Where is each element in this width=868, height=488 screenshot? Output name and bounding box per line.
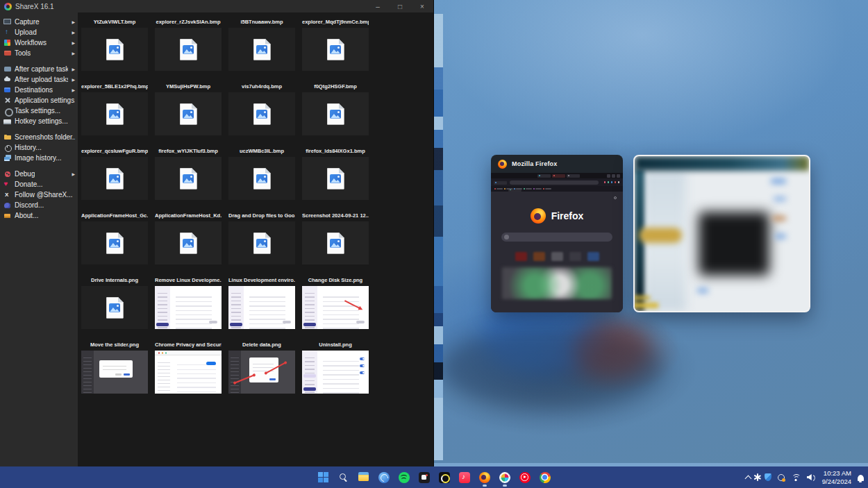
task-thumbnail[interactable] xyxy=(155,286,222,329)
submenu-arrow-icon: ▶ xyxy=(72,40,75,45)
taskbar-icon-dark-app-1[interactable] xyxy=(415,469,433,487)
task-thumbnail[interactable] xyxy=(228,221,295,264)
task-thumbnail[interactable] xyxy=(81,221,148,264)
menu-item-hotkey-settings[interactable]: Hotkey settings... xyxy=(0,116,78,126)
tray-update-icon[interactable] xyxy=(778,474,785,481)
menu-item-debug[interactable]: Debug▶ xyxy=(0,169,78,179)
taskbar-icon-chrome[interactable] xyxy=(536,469,554,487)
task-thumbnail[interactable] xyxy=(228,157,295,200)
task-item-uninstall-png[interactable]: Uninstall.png xyxy=(302,339,369,394)
task-item-i5btnuaawv-bmp[interactable]: i5BTnuaawv.bmp xyxy=(228,17,295,71)
taskbar-icon-file-explorer[interactable] xyxy=(355,469,373,487)
taskbar-icon-search[interactable] xyxy=(335,469,353,487)
task-thumbnail[interactable] xyxy=(81,157,148,200)
taskbar-icon-dark-app-2[interactable] xyxy=(435,469,453,487)
tray-chevron-up-icon[interactable] xyxy=(745,475,752,482)
task-item-change-disk-size-png[interactable]: Change Disk Size.png xyxy=(302,275,369,329)
task-item-f0qtg2hsgf-bmp[interactable]: f0Qtg2HSGF.bmp xyxy=(302,81,369,135)
menu-item-about[interactable]: About... xyxy=(0,210,78,221)
menu-item-screenshots-folder[interactable]: Screenshots folder... xyxy=(0,132,78,142)
tray-snowflake-icon[interactable] xyxy=(757,473,758,481)
task-thumbnail[interactable] xyxy=(228,28,295,71)
running-indicator xyxy=(503,485,507,487)
image-history-icon xyxy=(3,154,11,162)
taskbar-icon-slack[interactable] xyxy=(496,469,514,487)
task-item-applicationframehost-kd[interactable]: ApplicationFrameHost_Kd... xyxy=(155,210,222,264)
task-thumbnail[interactable] xyxy=(155,28,222,71)
workflows-icon xyxy=(3,39,11,47)
firefox-url-bar xyxy=(510,180,599,185)
task-item-ytzukviwlt-bmp[interactable]: YtZukVIWLT.bmp xyxy=(81,17,148,71)
task-thumbnail[interactable] xyxy=(228,92,295,135)
menu-item-label: After capture tasks xyxy=(15,65,68,73)
menu-item-task-settings[interactable]: Task settings... xyxy=(0,106,78,116)
menu-item-image-history[interactable]: Image history... xyxy=(0,153,78,163)
taskbar-icon-start[interactable] xyxy=(315,469,333,487)
menu-item-application-settings[interactable]: Application settings... xyxy=(0,95,78,106)
task-item-explorer-5ble1x2phq-bmp[interactable]: explorer_5BLE1x2Phq.bmp xyxy=(81,81,148,135)
task-thumbnail[interactable] xyxy=(302,28,369,71)
task-item-firefox-wyijktiuf3-bmp[interactable]: firefox_wYIJKTIuf3.bmp xyxy=(155,146,222,200)
taskbar-icon-apple-music[interactable] xyxy=(456,469,474,487)
task-item-ymsujihspw-bmp[interactable]: YMSujiHsPW.bmp xyxy=(155,81,222,135)
task-item-vis7uh4rdq-bmp[interactable]: vis7uh4rdq.bmp xyxy=(228,81,295,135)
menu-item-donate[interactable]: Donate... xyxy=(0,179,78,190)
task-item-explorer-rzjsvkslan-bmp[interactable]: explorer_rZJsvkSlAn.bmp xyxy=(155,17,222,71)
task-thumbnail[interactable] xyxy=(155,157,222,200)
taskbar-icon-spotify[interactable] xyxy=(395,469,413,487)
task-item-screenshot-2024-09-21-12[interactable]: Screenshot 2024-09-21 12... xyxy=(302,210,369,264)
maximize-button[interactable]: □ xyxy=(389,0,411,12)
task-thumbnail[interactable] xyxy=(302,92,369,135)
task-thumbnail[interactable] xyxy=(302,221,369,264)
tray-wifi-icon[interactable] xyxy=(791,474,801,481)
minimize-button[interactable]: – xyxy=(367,0,389,12)
task-thumbnail[interactable] xyxy=(81,351,148,394)
menu-item-history[interactable]: History... xyxy=(0,142,78,153)
task-thumbnail[interactable] xyxy=(228,351,295,394)
menu-item-discord[interactable]: Discord... xyxy=(0,200,78,210)
notification-bell-icon[interactable] xyxy=(858,475,864,481)
task-item-remove-linux-developme[interactable]: Remove Linux Developme... xyxy=(155,275,222,329)
taskbar-icon-youtube-music[interactable] xyxy=(516,469,534,487)
task-thumbnail[interactable] xyxy=(81,92,148,135)
taskbar-icon-firefox[interactable] xyxy=(476,469,494,487)
task-item-explorer-mqdtj9nmce-bmp[interactable]: explorer_MqdTj9nmCe.bmp xyxy=(302,17,369,71)
taskbar-icon-blue-circle-app[interactable] xyxy=(375,469,393,487)
task-thumbnail[interactable] xyxy=(155,221,222,264)
menu-item-capture[interactable]: Capture▶ xyxy=(0,17,78,27)
task-thumbnail[interactable] xyxy=(155,92,222,135)
task-item-uczwmbc3il-bmp[interactable]: uczWMBc3IL.bmp xyxy=(228,146,295,200)
menu-item-upload[interactable]: Upload▶ xyxy=(0,27,78,37)
taskbar-clock[interactable]: 10:23 AM 9/24/2024 xyxy=(822,469,851,485)
alttab-window-firefox[interactable]: Mozilla Firefox xyxy=(491,155,623,312)
task-thumbnail[interactable] xyxy=(302,286,369,329)
tray-volume-icon[interactable] xyxy=(807,474,816,481)
debug-icon xyxy=(3,170,11,178)
menu-item-follow-sharex[interactable]: Follow @ShareX... xyxy=(0,190,78,200)
task-thumbnail[interactable] xyxy=(302,351,369,394)
task-thumbnail[interactable] xyxy=(302,157,369,200)
task-thumbnail[interactable] xyxy=(81,28,148,71)
tray-shield-icon[interactable] xyxy=(765,473,771,481)
task-item-explorer-qcsiuwfgur-bmp[interactable]: explorer_qcsIuwFguR.bmp xyxy=(81,146,148,200)
menu-item-after-capture-tasks[interactable]: After capture tasks▶ xyxy=(0,64,78,74)
task-item-drag-and-drop-files-to-goo[interactable]: Drag and Drop files to Goo... xyxy=(228,210,295,264)
close-button[interactable]: × xyxy=(411,0,433,12)
task-item-drive-internals-png[interactable]: Drive Internals.png xyxy=(81,275,148,329)
task-item-chrome-privacy-and-securi[interactable]: Chrome Privacy and Securi... xyxy=(155,339,222,394)
menu-item-destinations[interactable]: Destinations▶ xyxy=(0,85,78,95)
menu-item-after-upload-tasks[interactable]: After upload tasks▶ xyxy=(0,74,78,85)
task-item-delete-data-png[interactable]: Delete data.png xyxy=(228,339,295,394)
running-indicator xyxy=(483,485,487,487)
task-item-firefox-lds84ixgx1-bmp[interactable]: firefox_lds84IXGx1.bmp xyxy=(302,146,369,200)
task-thumbnail[interactable] xyxy=(228,286,295,329)
task-thumbnail[interactable] xyxy=(81,286,148,329)
task-thumbnail[interactable] xyxy=(155,351,222,394)
task-item-linux-development-enviro[interactable]: Linux Development enviro... xyxy=(228,275,295,329)
task-item-move-the-slider-png[interactable]: Move the slider.png xyxy=(81,339,148,394)
alttab-window-selected[interactable] xyxy=(633,155,810,312)
menu-item-tools[interactable]: Tools▶ xyxy=(0,48,78,58)
task-item-applicationframehost-gc[interactable]: ApplicationFrameHost_Gc... xyxy=(81,210,148,264)
menu-item-workflows[interactable]: Workflows▶ xyxy=(0,37,78,48)
search-icon xyxy=(504,235,509,239)
